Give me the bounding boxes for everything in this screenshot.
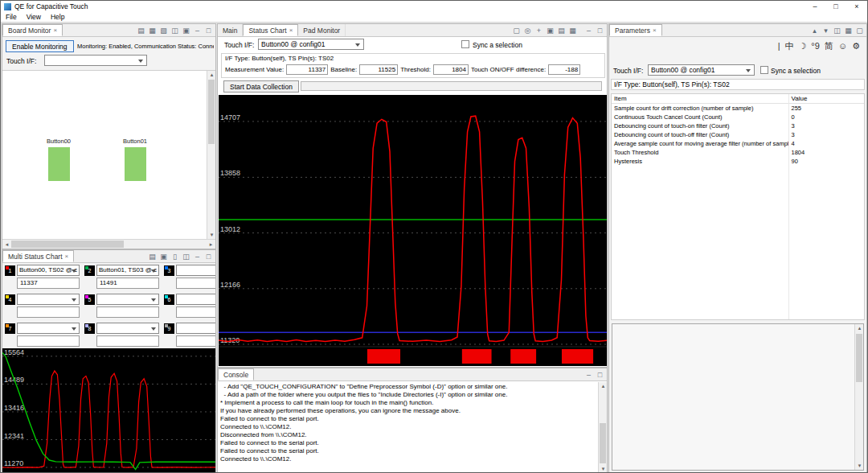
- scrollbar-track[interactable]: [855, 332, 863, 462]
- touch-pad[interactable]: [125, 147, 146, 181]
- maximize-button[interactable]: □: [825, 1, 846, 12]
- slot-value-field[interactable]: [176, 306, 216, 318]
- save-chart-icon[interactable]: ▤: [556, 26, 567, 35]
- threshold-field[interactable]: 1804: [433, 64, 469, 75]
- pin-view-icon[interactable]: ▣: [181, 26, 191, 35]
- minimize-view-icon[interactable]: –: [583, 26, 594, 35]
- tab-multi-status-chart[interactable]: Multi Status Chart ×: [2, 250, 74, 262]
- scrollbar-thumb[interactable]: [856, 334, 862, 382]
- snapshot-icon[interactable]: ▣: [158, 252, 169, 261]
- pause-icon[interactable]: ▯: [170, 252, 180, 261]
- sync-selection-checkbox[interactable]: [760, 66, 768, 74]
- touch-pad[interactable]: [48, 147, 70, 181]
- smiley-icon[interactable]: ☺: [838, 40, 847, 51]
- parameter-row[interactable]: Hysteresis90: [612, 157, 864, 166]
- degree-icon[interactable]: °9: [811, 40, 820, 51]
- show-all-icon[interactable]: ▤: [147, 252, 158, 261]
- tab-main[interactable]: Main: [218, 24, 243, 36]
- parameter-row[interactable]: Continuous Touch Cancel Count (Count)0: [612, 113, 864, 121]
- minimize-view-icon[interactable]: –: [583, 370, 594, 380]
- collapse-all-icon[interactable]: ▴: [809, 26, 820, 35]
- close-icon[interactable]: ×: [289, 27, 293, 34]
- parameter-row[interactable]: Average sample count for moving average …: [612, 139, 864, 148]
- maximize-view-icon[interactable]: □: [203, 26, 214, 35]
- snapshot-icon[interactable]: ▣: [545, 26, 555, 35]
- grid-view-icon[interactable]: ▦: [147, 26, 158, 35]
- view-menu-icon[interactable]: ▢: [854, 26, 865, 35]
- menu-file[interactable]: File: [1, 13, 22, 21]
- board-vertical-scrollbar[interactable]: ▴ ▾: [207, 71, 215, 239]
- scrollbar-track[interactable]: [207, 79, 215, 231]
- close-icon[interactable]: ×: [653, 27, 657, 34]
- scroll-down-icon[interactable]: ▾: [855, 462, 864, 470]
- menu-view[interactable]: View: [22, 13, 46, 21]
- copy-icon[interactable]: ◫: [832, 26, 842, 35]
- slot-channel-select[interactable]: [17, 323, 80, 334]
- scrollbar-thumb[interactable]: [600, 423, 606, 463]
- console-output[interactable]: - Add "QE_TOUCH_CONFIGURATION" to "Defin…: [220, 383, 597, 472]
- slot-channel-select[interactable]: [176, 265, 216, 276]
- scroll-left-icon[interactable]: ◂: [2, 240, 11, 249]
- slot-channel-select[interactable]: [176, 323, 216, 334]
- tab-pad-monitor[interactable]: Pad Monitor: [298, 24, 346, 36]
- close-icon[interactable]: ×: [53, 27, 57, 34]
- close-icon[interactable]: ×: [65, 253, 69, 260]
- tab-board-monitor[interactable]: Board Monitor ×: [2, 24, 63, 36]
- maximize-view-icon[interactable]: □: [595, 370, 605, 380]
- maximize-view-icon[interactable]: □: [203, 252, 214, 261]
- slot-channel-select[interactable]: [96, 323, 159, 334]
- slot-value-field[interactable]: [96, 335, 159, 347]
- sync-selection-checkbox[interactable]: [461, 40, 469, 48]
- layout-icon[interactable]: ◫: [181, 252, 191, 261]
- layout-icon[interactable]: ▦: [843, 26, 854, 35]
- scroll-down-icon[interactable]: ▾: [599, 465, 608, 473]
- cursor-mode-icon[interactable]: ▢: [511, 26, 522, 35]
- tab-status-chart[interactable]: Status Chart ×: [243, 24, 298, 36]
- slot-value-field[interactable]: [96, 306, 159, 318]
- scrollbar-track[interactable]: [599, 390, 607, 465]
- slot-channel-select[interactable]: [17, 294, 80, 305]
- refresh-icon[interactable]: ▧: [158, 26, 169, 35]
- slot-channel-select[interactable]: [176, 294, 216, 305]
- pan-mode-icon[interactable]: +: [534, 26, 544, 35]
- slot-value-field[interactable]: [176, 278, 216, 289]
- start-data-collection-button[interactable]: Start Data Collection: [223, 80, 299, 93]
- scroll-up-icon[interactable]: ▴: [207, 71, 216, 79]
- touch-if-select[interactable]: Button00 @ config01: [258, 39, 364, 50]
- chart-settings-icon[interactable]: ▦: [567, 26, 578, 35]
- baseline-field[interactable]: 11525: [359, 64, 398, 75]
- status-chart-canvas[interactable]: 1470713858130121216611320: [219, 95, 607, 366]
- slot-value-field[interactable]: [17, 306, 80, 318]
- board-button-01[interactable]: Button01: [121, 138, 149, 181]
- slot-channel-select[interactable]: Button00, TS02 @ c: [17, 265, 80, 276]
- slot-value-field[interactable]: [176, 335, 216, 347]
- slot-value-field[interactable]: [17, 335, 80, 347]
- lang-simplified-chinese-icon[interactable]: 简: [825, 40, 833, 51]
- parameter-row[interactable]: Debouncing count of touch-on filter (Cou…: [612, 121, 864, 130]
- scrollbar-thumb[interactable]: [208, 80, 215, 144]
- scrollbar-track[interactable]: [11, 240, 207, 249]
- zoom-mode-icon[interactable]: ◎: [522, 26, 533, 35]
- slot-channel-select[interactable]: [96, 294, 159, 305]
- scroll-up-icon[interactable]: ▴: [855, 324, 864, 332]
- item-column-header[interactable]: Item: [612, 94, 788, 104]
- multi-status-chart-canvas[interactable]: 1556414489134161234111270: [2, 348, 215, 473]
- lang-chinese-icon[interactable]: 中: [784, 40, 793, 51]
- tab-parameters[interactable]: Parameters ×: [609, 24, 662, 36]
- value-column-header[interactable]: Value: [788, 94, 864, 104]
- close-button[interactable]: ×: [846, 1, 867, 12]
- touch-if-select[interactable]: Button00 @ config01: [648, 64, 755, 76]
- menu-help[interactable]: Help: [46, 13, 69, 21]
- parameter-row[interactable]: Sample count for drift correction (numbe…: [612, 104, 864, 113]
- touch-onoff-difference-field[interactable]: -188: [548, 64, 580, 75]
- enable-monitoring-button[interactable]: Enable Monitoring: [6, 40, 74, 52]
- touch-if-select[interactable]: [44, 55, 147, 66]
- minimize-view-icon[interactable]: –: [192, 252, 203, 261]
- scroll-up-icon[interactable]: ▴: [599, 382, 608, 390]
- minimize-view-icon[interactable]: –: [192, 26, 203, 35]
- parameter-row[interactable]: Touch Threshold1804: [612, 148, 864, 157]
- scroll-down-icon[interactable]: ▾: [207, 231, 216, 239]
- scroll-right-icon[interactable]: ▸: [207, 240, 215, 249]
- slot-value-field[interactable]: 11337: [17, 278, 80, 289]
- scrollbar-thumb[interactable]: [11, 241, 124, 248]
